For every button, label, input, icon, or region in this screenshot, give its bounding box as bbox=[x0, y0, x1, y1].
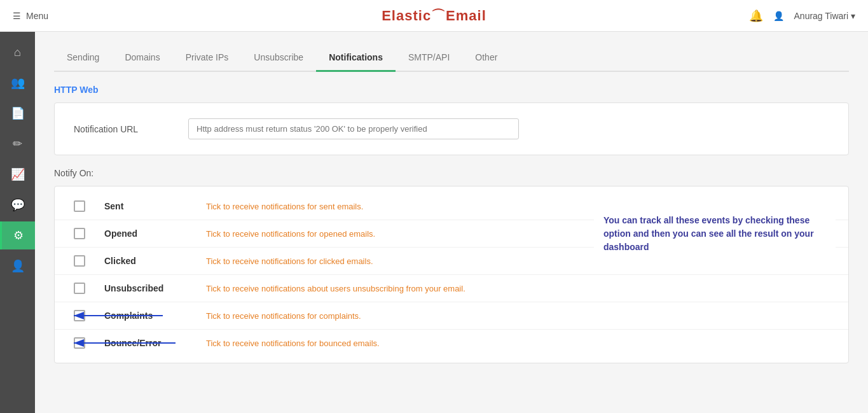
tab-other[interactable]: Other bbox=[462, 45, 510, 72]
notify-name-unsubscribed: Unsubscribed bbox=[104, 283, 206, 293]
settings-icon: ⚙ bbox=[13, 228, 24, 242]
tab-private-ips[interactable]: Private IPs bbox=[173, 45, 242, 72]
notification-url-input[interactable] bbox=[188, 118, 519, 139]
checkbox-bounce-error[interactable] bbox=[74, 337, 85, 349]
notify-desc-clicked: Tick to receive notifications for clicke… bbox=[206, 256, 829, 266]
notify-row-unsubscribed: Unsubscribed Tick to receive notificatio… bbox=[55, 275, 848, 302]
notify-name-bounce-error: Bounce/Error bbox=[104, 338, 206, 348]
checkbox-clicked[interactable] bbox=[74, 255, 85, 267]
menu-toggle[interactable]: ☰ Menu bbox=[13, 11, 48, 21]
logo: Elastic⌒Email bbox=[382, 8, 486, 24]
notify-name-complaints: Complaints bbox=[104, 311, 206, 321]
sidebar: ⌂ 👥 📄 ✏ 📈 💬 ⚙ 👤 bbox=[0, 32, 35, 413]
logo-container: Elastic⌒Email bbox=[382, 6, 486, 25]
main-content: Sending Domains Private IPs Unsubscribe … bbox=[35, 32, 868, 413]
menu-label: Menu bbox=[26, 11, 48, 21]
user-name[interactable]: Anurag Tiwari ▾ bbox=[794, 11, 855, 21]
sidebar-item-chat[interactable]: 💬 bbox=[0, 191, 35, 219]
sidebar-item-design[interactable]: ✏ bbox=[0, 130, 35, 158]
notify-items-card: Sent Tick to receive notifications for s… bbox=[54, 186, 849, 363]
notify-row-opened: Opened Tick to receive notifications for… bbox=[55, 220, 848, 248]
user-icon: 👤 bbox=[11, 259, 25, 273]
top-bar: ☰ Menu Elastic⌒Email 🔔 👤 Anurag Tiwari ▾ bbox=[0, 0, 868, 32]
logo-part1: Elastic bbox=[382, 8, 431, 24]
notify-row-clicked: Clicked Tick to receive notifications fo… bbox=[55, 248, 848, 275]
notify-desc-bounce-error: Tick to receive notifications for bounce… bbox=[206, 339, 829, 348]
sidebar-item-user[interactable]: 👤 bbox=[0, 252, 35, 280]
templates-icon: 📄 bbox=[11, 106, 25, 120]
top-bar-right: 🔔 👤 Anurag Tiwari ▾ bbox=[749, 9, 855, 23]
contacts-icon: 👥 bbox=[11, 76, 25, 90]
user-chevron-icon: ▾ bbox=[851, 11, 855, 21]
chat-icon: 💬 bbox=[11, 198, 25, 212]
logo-part2: Email bbox=[446, 8, 486, 24]
sidebar-item-settings[interactable]: ⚙ bbox=[0, 221, 35, 249]
home-icon: ⌂ bbox=[14, 46, 21, 59]
notification-url-row: Notification URL bbox=[74, 118, 829, 139]
logo-dash: ⌒ bbox=[431, 8, 446, 24]
http-web-label: HTTP Web bbox=[54, 85, 849, 95]
tab-domains[interactable]: Domains bbox=[112, 45, 172, 72]
notify-row-bounce-error: Bounce/Error Tick to receive notificatio… bbox=[55, 330, 848, 356]
notify-desc-unsubscribed: Tick to receive notifications about user… bbox=[206, 284, 829, 293]
notify-row-complaints: Complaints Tick to receive notifications… bbox=[55, 302, 848, 330]
checkbox-sent[interactable] bbox=[74, 200, 85, 212]
hamburger-icon: ☰ bbox=[13, 11, 21, 21]
sidebar-item-templates[interactable]: 📄 bbox=[0, 99, 35, 127]
analytics-icon: 📈 bbox=[11, 167, 25, 181]
tab-sending[interactable]: Sending bbox=[54, 45, 112, 72]
settings-tabs: Sending Domains Private IPs Unsubscribe … bbox=[54, 45, 849, 72]
notification-url-label: Notification URL bbox=[74, 124, 176, 134]
user-avatar-icon[interactable]: 👤 bbox=[773, 11, 784, 21]
sidebar-item-contacts[interactable]: 👥 bbox=[0, 69, 35, 97]
tab-notifications[interactable]: Notifications bbox=[316, 45, 396, 72]
checkbox-complaints[interactable] bbox=[74, 310, 85, 321]
notify-name-clicked: Clicked bbox=[104, 256, 206, 266]
notify-on-label: Notify On: bbox=[54, 168, 849, 178]
notify-desc-complaints: Tick to receive notifications for compla… bbox=[206, 311, 829, 321]
notification-url-card: Notification URL bbox=[54, 102, 849, 155]
checkbox-opened[interactable] bbox=[74, 228, 85, 239]
notify-name-opened: Opened bbox=[104, 228, 206, 239]
tab-unsubscribe[interactable]: Unsubscribe bbox=[241, 45, 316, 72]
design-icon: ✏ bbox=[13, 137, 22, 151]
checkbox-unsubscribed[interactable] bbox=[74, 283, 85, 294]
notify-name-sent: Sent bbox=[104, 201, 206, 211]
sidebar-item-home[interactable]: ⌂ bbox=[0, 38, 35, 66]
tab-smtp-api[interactable]: SMTP/API bbox=[396, 45, 462, 72]
notifications-bell-icon[interactable]: 🔔 bbox=[749, 9, 763, 23]
sidebar-item-analytics[interactable]: 📈 bbox=[0, 160, 35, 188]
